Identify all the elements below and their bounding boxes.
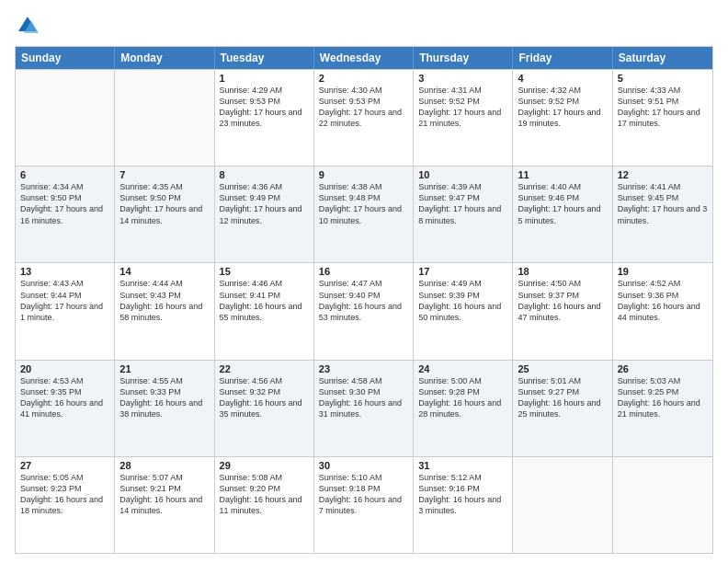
day-number: 12 <box>618 169 708 180</box>
cell-detail: Sunrise: 5:05 AM Sunset: 9:23 PM Dayligh… <box>20 472 109 517</box>
cell-detail: Sunrise: 5:08 AM Sunset: 9:20 PM Dayligh… <box>220 472 309 517</box>
day-number: 15 <box>220 266 309 277</box>
header-day-friday: Friday <box>513 47 612 69</box>
calendar-row-0: 1Sunrise: 4:29 AM Sunset: 9:53 PM Daylig… <box>16 69 712 166</box>
cell-detail: Sunrise: 5:07 AM Sunset: 9:21 PM Dayligh… <box>119 472 209 517</box>
calendar-cell <box>513 457 612 553</box>
cell-detail: Sunrise: 5:01 AM Sunset: 9:27 PM Dayligh… <box>518 375 607 420</box>
cell-detail: Sunrise: 5:12 AM Sunset: 9:16 PM Dayligh… <box>418 472 507 517</box>
header <box>15 13 713 39</box>
day-number: 6 <box>20 169 109 180</box>
day-number: 7 <box>119 169 209 180</box>
day-number: 29 <box>220 460 309 471</box>
calendar-cell: 24Sunrise: 5:00 AM Sunset: 9:28 PM Dayli… <box>414 361 513 456</box>
calendar-cell: 20Sunrise: 4:53 AM Sunset: 9:35 PM Dayli… <box>16 361 115 456</box>
day-number: 9 <box>319 169 408 180</box>
calendar-row-4: 27Sunrise: 5:05 AM Sunset: 9:23 PM Dayli… <box>16 456 712 553</box>
cell-detail: Sunrise: 4:34 AM Sunset: 9:50 PM Dayligh… <box>20 181 109 226</box>
header-day-tuesday: Tuesday <box>215 47 314 69</box>
cell-detail: Sunrise: 4:52 AM Sunset: 9:36 PM Dayligh… <box>618 278 708 323</box>
cell-detail: Sunrise: 4:43 AM Sunset: 9:44 PM Dayligh… <box>20 278 109 323</box>
day-number: 2 <box>319 73 408 84</box>
cell-detail: Sunrise: 4:49 AM Sunset: 9:39 PM Dayligh… <box>418 278 507 323</box>
calendar-row-1: 6Sunrise: 4:34 AM Sunset: 9:50 PM Daylig… <box>16 166 712 262</box>
cell-detail: Sunrise: 4:38 AM Sunset: 9:48 PM Dayligh… <box>319 181 408 226</box>
calendar-row-3: 20Sunrise: 4:53 AM Sunset: 9:35 PM Dayli… <box>16 360 712 456</box>
day-number: 20 <box>20 363 109 374</box>
calendar-cell: 6Sunrise: 4:34 AM Sunset: 9:50 PM Daylig… <box>16 167 115 262</box>
calendar-cell: 1Sunrise: 4:29 AM Sunset: 9:53 PM Daylig… <box>215 70 314 166</box>
cell-detail: Sunrise: 5:10 AM Sunset: 9:18 PM Dayligh… <box>319 472 408 517</box>
day-number: 18 <box>518 266 607 277</box>
calendar-cell: 10Sunrise: 4:39 AM Sunset: 9:47 PM Dayli… <box>414 167 513 262</box>
calendar-cell: 4Sunrise: 4:32 AM Sunset: 9:52 PM Daylig… <box>513 70 612 166</box>
calendar-cell: 17Sunrise: 4:49 AM Sunset: 9:39 PM Dayli… <box>414 263 513 359</box>
calendar-cell: 31Sunrise: 5:12 AM Sunset: 9:16 PM Dayli… <box>414 457 513 553</box>
day-number: 27 <box>20 460 109 471</box>
day-number: 3 <box>418 73 507 84</box>
calendar-cell: 8Sunrise: 4:36 AM Sunset: 9:49 PM Daylig… <box>215 167 314 262</box>
cell-detail: Sunrise: 4:50 AM Sunset: 9:37 PM Dayligh… <box>518 278 607 323</box>
day-number: 17 <box>418 266 507 277</box>
calendar-cell: 15Sunrise: 4:46 AM Sunset: 9:41 PM Dayli… <box>215 263 314 359</box>
day-number: 1 <box>220 73 309 84</box>
day-number: 21 <box>119 363 209 374</box>
cell-detail: Sunrise: 4:29 AM Sunset: 9:53 PM Dayligh… <box>220 85 309 130</box>
cell-detail: Sunrise: 4:55 AM Sunset: 9:33 PM Dayligh… <box>119 375 209 420</box>
header-day-saturday: Saturday <box>613 47 712 69</box>
day-number: 30 <box>319 460 408 471</box>
cell-detail: Sunrise: 4:53 AM Sunset: 9:35 PM Dayligh… <box>20 375 109 420</box>
cell-detail: Sunrise: 4:31 AM Sunset: 9:52 PM Dayligh… <box>418 85 507 130</box>
calendar: SundayMondayTuesdayWednesdayThursdayFrid… <box>15 46 713 554</box>
calendar-cell: 27Sunrise: 5:05 AM Sunset: 9:23 PM Dayli… <box>16 457 115 553</box>
cell-detail: Sunrise: 4:41 AM Sunset: 9:45 PM Dayligh… <box>618 181 708 226</box>
calendar-cell: 19Sunrise: 4:52 AM Sunset: 9:36 PM Dayli… <box>613 263 712 359</box>
cell-detail: Sunrise: 5:00 AM Sunset: 9:28 PM Dayligh… <box>418 375 507 420</box>
header-day-thursday: Thursday <box>414 47 513 69</box>
calendar-cell: 26Sunrise: 5:03 AM Sunset: 9:25 PM Dayli… <box>613 361 712 456</box>
header-day-wednesday: Wednesday <box>314 47 414 69</box>
calendar-cell: 16Sunrise: 4:47 AM Sunset: 9:40 PM Dayli… <box>314 263 414 359</box>
logo-icon <box>15 13 40 39</box>
calendar-cell: 25Sunrise: 5:01 AM Sunset: 9:27 PM Dayli… <box>513 361 612 456</box>
cell-detail: Sunrise: 4:35 AM Sunset: 9:50 PM Dayligh… <box>119 181 209 226</box>
day-number: 16 <box>319 266 408 277</box>
cell-detail: Sunrise: 4:39 AM Sunset: 9:47 PM Dayligh… <box>418 181 507 226</box>
cell-detail: Sunrise: 4:30 AM Sunset: 9:53 PM Dayligh… <box>319 85 408 130</box>
page: SundayMondayTuesdayWednesdayThursdayFrid… <box>0 0 728 563</box>
calendar-cell: 2Sunrise: 4:30 AM Sunset: 9:53 PM Daylig… <box>314 70 414 166</box>
calendar-cell: 9Sunrise: 4:38 AM Sunset: 9:48 PM Daylig… <box>314 167 414 262</box>
cell-detail: Sunrise: 4:58 AM Sunset: 9:30 PM Dayligh… <box>319 375 408 420</box>
calendar-cell: 30Sunrise: 5:10 AM Sunset: 9:18 PM Dayli… <box>314 457 414 553</box>
day-number: 23 <box>319 363 408 374</box>
calendar-cell: 11Sunrise: 4:40 AM Sunset: 9:46 PM Dayli… <box>513 167 612 262</box>
calendar-cell: 23Sunrise: 4:58 AM Sunset: 9:30 PM Dayli… <box>314 361 414 456</box>
calendar-cell: 18Sunrise: 4:50 AM Sunset: 9:37 PM Dayli… <box>513 263 612 359</box>
day-number: 22 <box>220 363 309 374</box>
day-number: 10 <box>418 169 507 180</box>
calendar-cell: 5Sunrise: 4:33 AM Sunset: 9:51 PM Daylig… <box>613 70 712 166</box>
header-day-monday: Monday <box>115 47 214 69</box>
day-number: 14 <box>119 266 209 277</box>
calendar-cell: 7Sunrise: 4:35 AM Sunset: 9:50 PM Daylig… <box>115 167 214 262</box>
calendar-cell: 29Sunrise: 5:08 AM Sunset: 9:20 PM Dayli… <box>215 457 314 553</box>
calendar-cell: 3Sunrise: 4:31 AM Sunset: 9:52 PM Daylig… <box>414 70 513 166</box>
day-number: 11 <box>518 169 607 180</box>
calendar-row-2: 13Sunrise: 4:43 AM Sunset: 9:44 PM Dayli… <box>16 262 712 359</box>
cell-detail: Sunrise: 4:36 AM Sunset: 9:49 PM Dayligh… <box>220 181 309 226</box>
cell-detail: Sunrise: 4:47 AM Sunset: 9:40 PM Dayligh… <box>319 278 408 323</box>
day-number: 8 <box>220 169 309 180</box>
calendar-cell: 13Sunrise: 4:43 AM Sunset: 9:44 PM Dayli… <box>16 263 115 359</box>
header-day-sunday: Sunday <box>16 47 115 69</box>
calendar-cell: 14Sunrise: 4:44 AM Sunset: 9:43 PM Dayli… <box>115 263 214 359</box>
cell-detail: Sunrise: 4:46 AM Sunset: 9:41 PM Dayligh… <box>220 278 309 323</box>
cell-detail: Sunrise: 4:33 AM Sunset: 9:51 PM Dayligh… <box>618 85 708 130</box>
cell-detail: Sunrise: 5:03 AM Sunset: 9:25 PM Dayligh… <box>618 375 708 420</box>
calendar-cell <box>16 70 115 166</box>
calendar-cell <box>115 70 214 166</box>
day-number: 28 <box>119 460 209 471</box>
day-number: 26 <box>618 363 708 374</box>
cell-detail: Sunrise: 4:44 AM Sunset: 9:43 PM Dayligh… <box>119 278 209 323</box>
cell-detail: Sunrise: 4:32 AM Sunset: 9:52 PM Dayligh… <box>518 85 607 130</box>
calendar-header-row: SundayMondayTuesdayWednesdayThursdayFrid… <box>16 47 712 69</box>
